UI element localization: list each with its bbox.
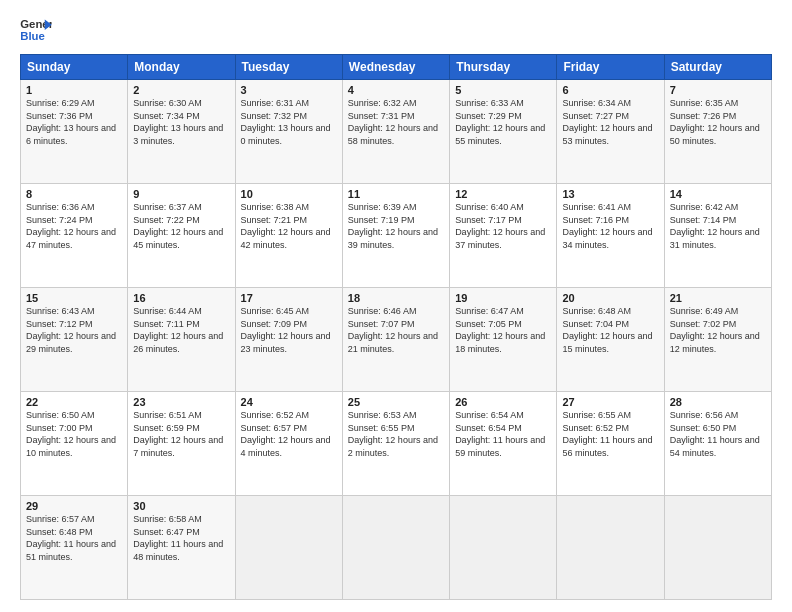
weekday-header-friday: Friday [557,55,664,80]
day-info: Sunrise: 6:46 AMSunset: 7:07 PMDaylight:… [348,305,444,355]
day-info: Sunrise: 6:45 AMSunset: 7:09 PMDaylight:… [241,305,337,355]
day-info: Sunrise: 6:56 AMSunset: 6:50 PMDaylight:… [670,409,766,459]
day-number: 12 [455,188,551,200]
calendar-cell: 12 Sunrise: 6:40 AMSunset: 7:17 PMDaylig… [450,184,557,288]
logo: General Blue [20,16,52,44]
day-info: Sunrise: 6:50 AMSunset: 7:00 PMDaylight:… [26,409,122,459]
day-info: Sunrise: 6:52 AMSunset: 6:57 PMDaylight:… [241,409,337,459]
day-number: 20 [562,292,658,304]
calendar-cell [450,496,557,600]
day-number: 11 [348,188,444,200]
calendar-week-3: 15 Sunrise: 6:43 AMSunset: 7:12 PMDaylig… [21,288,772,392]
calendar-cell: 6 Sunrise: 6:34 AMSunset: 7:27 PMDayligh… [557,80,664,184]
day-number: 25 [348,396,444,408]
day-info: Sunrise: 6:40 AMSunset: 7:17 PMDaylight:… [455,201,551,251]
calendar-cell: 24 Sunrise: 6:52 AMSunset: 6:57 PMDaylig… [235,392,342,496]
calendar-cell: 26 Sunrise: 6:54 AMSunset: 6:54 PMDaylig… [450,392,557,496]
calendar-week-1: 1 Sunrise: 6:29 AMSunset: 7:36 PMDayligh… [21,80,772,184]
calendar-cell: 28 Sunrise: 6:56 AMSunset: 6:50 PMDaylig… [664,392,771,496]
day-number: 3 [241,84,337,96]
calendar-week-2: 8 Sunrise: 6:36 AMSunset: 7:24 PMDayligh… [21,184,772,288]
calendar-cell: 2 Sunrise: 6:30 AMSunset: 7:34 PMDayligh… [128,80,235,184]
day-info: Sunrise: 6:51 AMSunset: 6:59 PMDaylight:… [133,409,229,459]
day-number: 4 [348,84,444,96]
calendar-cell: 11 Sunrise: 6:39 AMSunset: 7:19 PMDaylig… [342,184,449,288]
day-info: Sunrise: 6:37 AMSunset: 7:22 PMDaylight:… [133,201,229,251]
day-number: 1 [26,84,122,96]
weekday-header-wednesday: Wednesday [342,55,449,80]
day-number: 6 [562,84,658,96]
day-info: Sunrise: 6:29 AMSunset: 7:36 PMDaylight:… [26,97,122,147]
calendar-cell: 25 Sunrise: 6:53 AMSunset: 6:55 PMDaylig… [342,392,449,496]
calendar-cell: 18 Sunrise: 6:46 AMSunset: 7:07 PMDaylig… [342,288,449,392]
day-info: Sunrise: 6:36 AMSunset: 7:24 PMDaylight:… [26,201,122,251]
calendar-cell: 4 Sunrise: 6:32 AMSunset: 7:31 PMDayligh… [342,80,449,184]
day-number: 28 [670,396,766,408]
calendar-cell: 17 Sunrise: 6:45 AMSunset: 7:09 PMDaylig… [235,288,342,392]
calendar-table: SundayMondayTuesdayWednesdayThursdayFrid… [20,54,772,600]
day-number: 5 [455,84,551,96]
day-info: Sunrise: 6:35 AMSunset: 7:26 PMDaylight:… [670,97,766,147]
day-info: Sunrise: 6:44 AMSunset: 7:11 PMDaylight:… [133,305,229,355]
calendar-cell: 10 Sunrise: 6:38 AMSunset: 7:21 PMDaylig… [235,184,342,288]
day-info: Sunrise: 6:53 AMSunset: 6:55 PMDaylight:… [348,409,444,459]
calendar-cell: 13 Sunrise: 6:41 AMSunset: 7:16 PMDaylig… [557,184,664,288]
day-number: 18 [348,292,444,304]
weekday-header-monday: Monday [128,55,235,80]
day-number: 19 [455,292,551,304]
day-info: Sunrise: 6:55 AMSunset: 6:52 PMDaylight:… [562,409,658,459]
day-info: Sunrise: 6:49 AMSunset: 7:02 PMDaylight:… [670,305,766,355]
logo-icon: General Blue [20,16,52,44]
calendar-cell: 16 Sunrise: 6:44 AMSunset: 7:11 PMDaylig… [128,288,235,392]
calendar-cell [557,496,664,600]
calendar-cell: 23 Sunrise: 6:51 AMSunset: 6:59 PMDaylig… [128,392,235,496]
day-info: Sunrise: 6:47 AMSunset: 7:05 PMDaylight:… [455,305,551,355]
day-info: Sunrise: 6:42 AMSunset: 7:14 PMDaylight:… [670,201,766,251]
day-number: 27 [562,396,658,408]
day-number: 7 [670,84,766,96]
day-number: 30 [133,500,229,512]
day-info: Sunrise: 6:33 AMSunset: 7:29 PMDaylight:… [455,97,551,147]
day-number: 14 [670,188,766,200]
day-number: 10 [241,188,337,200]
calendar-cell [342,496,449,600]
calendar-cell: 14 Sunrise: 6:42 AMSunset: 7:14 PMDaylig… [664,184,771,288]
calendar-cell: 3 Sunrise: 6:31 AMSunset: 7:32 PMDayligh… [235,80,342,184]
calendar-cell [235,496,342,600]
page: General Blue SundayMondayTuesdayWednesda… [0,0,792,612]
weekday-header-tuesday: Tuesday [235,55,342,80]
day-number: 23 [133,396,229,408]
day-number: 22 [26,396,122,408]
day-info: Sunrise: 6:32 AMSunset: 7:31 PMDaylight:… [348,97,444,147]
day-info: Sunrise: 6:54 AMSunset: 6:54 PMDaylight:… [455,409,551,459]
calendar-cell: 8 Sunrise: 6:36 AMSunset: 7:24 PMDayligh… [21,184,128,288]
day-info: Sunrise: 6:41 AMSunset: 7:16 PMDaylight:… [562,201,658,251]
day-info: Sunrise: 6:58 AMSunset: 6:47 PMDaylight:… [133,513,229,563]
calendar-cell: 7 Sunrise: 6:35 AMSunset: 7:26 PMDayligh… [664,80,771,184]
day-number: 9 [133,188,229,200]
calendar-cell: 1 Sunrise: 6:29 AMSunset: 7:36 PMDayligh… [21,80,128,184]
day-info: Sunrise: 6:57 AMSunset: 6:48 PMDaylight:… [26,513,122,563]
day-number: 24 [241,396,337,408]
day-info: Sunrise: 6:48 AMSunset: 7:04 PMDaylight:… [562,305,658,355]
calendar-week-5: 29 Sunrise: 6:57 AMSunset: 6:48 PMDaylig… [21,496,772,600]
header: General Blue [20,16,772,44]
weekday-header-thursday: Thursday [450,55,557,80]
calendar-cell: 19 Sunrise: 6:47 AMSunset: 7:05 PMDaylig… [450,288,557,392]
day-info: Sunrise: 6:34 AMSunset: 7:27 PMDaylight:… [562,97,658,147]
day-info: Sunrise: 6:38 AMSunset: 7:21 PMDaylight:… [241,201,337,251]
calendar-cell [664,496,771,600]
day-info: Sunrise: 6:31 AMSunset: 7:32 PMDaylight:… [241,97,337,147]
calendar-cell: 22 Sunrise: 6:50 AMSunset: 7:00 PMDaylig… [21,392,128,496]
weekday-header-saturday: Saturday [664,55,771,80]
day-number: 13 [562,188,658,200]
day-info: Sunrise: 6:43 AMSunset: 7:12 PMDaylight:… [26,305,122,355]
day-number: 8 [26,188,122,200]
calendar-cell: 5 Sunrise: 6:33 AMSunset: 7:29 PMDayligh… [450,80,557,184]
calendar-cell: 20 Sunrise: 6:48 AMSunset: 7:04 PMDaylig… [557,288,664,392]
day-info: Sunrise: 6:30 AMSunset: 7:34 PMDaylight:… [133,97,229,147]
day-number: 29 [26,500,122,512]
day-info: Sunrise: 6:39 AMSunset: 7:19 PMDaylight:… [348,201,444,251]
day-number: 2 [133,84,229,96]
svg-text:Blue: Blue [20,30,45,42]
